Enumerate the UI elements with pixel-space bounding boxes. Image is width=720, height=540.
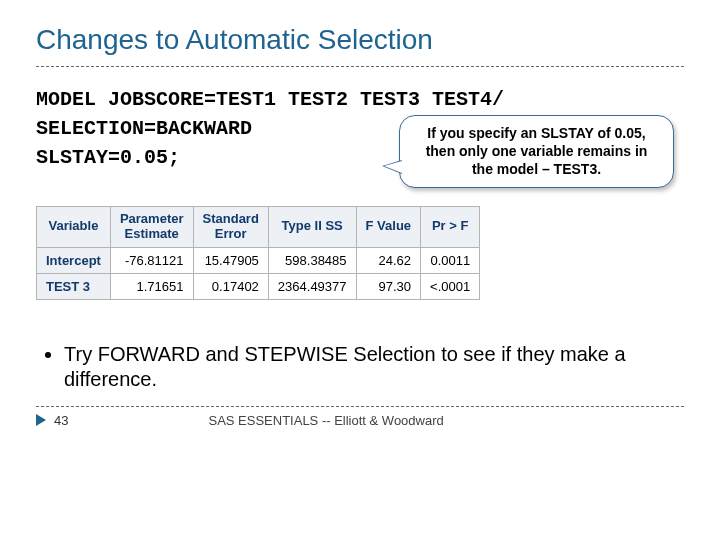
cell-stderr: 15.47905 [193,247,268,273]
callout-line-2: then only one variable remains in [412,142,661,160]
callout-tail-icon [382,160,402,174]
col-variable: Variable [37,207,111,248]
cell-typeii: 598.38485 [268,247,356,273]
col-prf: Pr > F [421,207,480,248]
col-typeii: Type II SS [268,207,356,248]
footer-divider [36,406,684,407]
cell-prf: <.0001 [421,273,480,299]
page-marker-icon [36,414,46,426]
footer-source: SAS ESSENTIALS -- Elliott & Woodward [208,413,443,428]
cell-fvalue: 97.30 [356,273,421,299]
cell-typeii: 2364.49377 [268,273,356,299]
cell-prf: 0.0011 [421,247,480,273]
stats-table: Variable ParameterEstimate StandardError… [36,206,480,300]
table-row: Intercept -76.81121 15.47905 598.38485 2… [37,247,480,273]
cell-fvalue: 24.62 [356,247,421,273]
col-stderr: StandardError [193,207,268,248]
col-estimate: ParameterEstimate [110,207,193,248]
cell-variable: Intercept [37,247,111,273]
cell-estimate: -76.81121 [110,247,193,273]
callout-line-1: If you specify an SLSTAY of 0.05, [412,124,661,142]
page-title: Changes to Automatic Selection [36,24,684,56]
page-number: 43 [54,413,68,428]
table-header-row: Variable ParameterEstimate StandardError… [37,207,480,248]
code-block: MODEL JOBSCORE=TEST1 TEST2 TEST3 TEST4/ … [36,85,684,172]
title-divider [36,66,684,67]
stats-table-wrap: Variable ParameterEstimate StandardError… [36,206,684,300]
cell-variable: TEST 3 [37,273,111,299]
table-row: TEST 3 1.71651 0.17402 2364.49377 97.30 … [37,273,480,299]
bullet-area: Try FORWARD and STEPWISE Selection to se… [36,342,684,392]
callout-bubble: If you specify an SLSTAY of 0.05, then o… [399,115,674,188]
footer: 43 SAS ESSENTIALS -- Elliott & Woodward [36,413,684,428]
cell-stderr: 0.17402 [193,273,268,299]
callout-line-3: the model – TEST3. [412,160,661,178]
slide: Changes to Automatic Selection MODEL JOB… [0,0,720,540]
col-fvalue: F Value [356,207,421,248]
bullet-item: Try FORWARD and STEPWISE Selection to se… [64,342,684,392]
cell-estimate: 1.71651 [110,273,193,299]
code-line-1: MODEL JOBSCORE=TEST1 TEST2 TEST3 TEST4/ [36,85,684,114]
